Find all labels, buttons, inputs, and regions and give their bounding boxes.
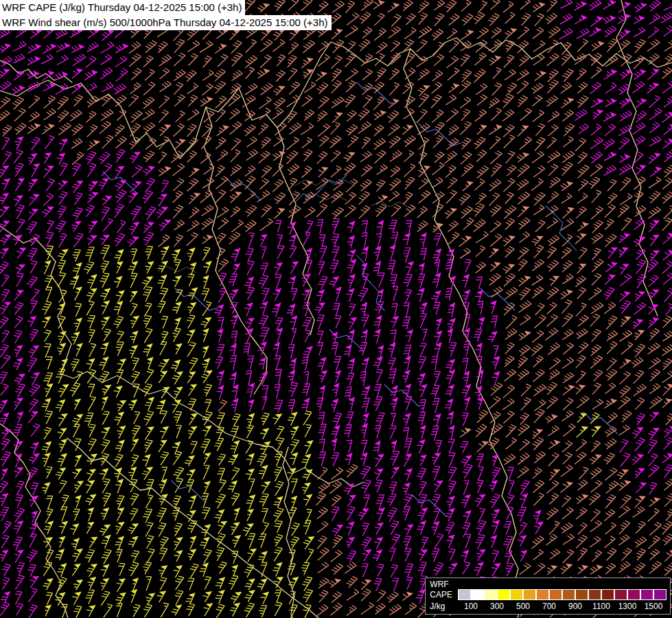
legend-color-box xyxy=(510,589,523,600)
legend-color-box xyxy=(484,589,497,600)
legend-color-box xyxy=(523,589,536,600)
legend-color-box xyxy=(601,589,614,600)
legend-color-box xyxy=(536,589,549,600)
legend-color-box xyxy=(497,589,510,600)
legend-tick-label: 100 xyxy=(458,601,484,612)
legend-tick-label: 700 xyxy=(536,601,562,612)
legend-color-box xyxy=(458,589,471,600)
cape-color-legend: WRF CAPE J/kg 10030050070090011001300150… xyxy=(425,577,671,615)
legend-tick-label: 1100 xyxy=(588,601,614,612)
map-title-cape: WRF CAPE (J/kg) Thursday 04-12-2025 15:0… xyxy=(0,0,245,15)
legend-unit-label: J/kg xyxy=(430,601,452,612)
legend-tick-label: 300 xyxy=(484,601,510,612)
legend-color-scale xyxy=(458,588,667,601)
legend-model-label: WRF xyxy=(430,580,452,588)
legend-color-box xyxy=(614,589,627,600)
legend-tick-label: 1500 xyxy=(640,601,667,612)
wind-barb-layer xyxy=(0,0,672,618)
map-title-wind-shear: WRF Wind shear (m/s) 500/1000hPa Thursda… xyxy=(0,15,332,30)
legend-spacer xyxy=(458,580,667,588)
legend-color-box xyxy=(562,589,575,600)
legend-tick-label: 1300 xyxy=(614,601,640,612)
weather-map-canvas: WRF CAPE (J/kg) Thursday 04-12-2025 15:0… xyxy=(0,0,672,618)
legend-color-box xyxy=(653,589,667,600)
legend-color-box xyxy=(627,589,640,600)
legend-tick-labels: 100300500700900110013001500 xyxy=(458,601,667,612)
legend-param-label: CAPE xyxy=(430,588,452,601)
legend-color-box xyxy=(549,589,562,600)
legend-color-box xyxy=(471,589,484,600)
legend-tick-label: 900 xyxy=(562,601,588,612)
legend-color-box xyxy=(575,589,588,600)
title-block: WRF CAPE (J/kg) Thursday 04-12-2025 15:0… xyxy=(0,0,332,30)
legend-color-box xyxy=(588,589,601,600)
legend-color-box xyxy=(640,589,653,600)
legend-tick-label: 500 xyxy=(510,601,536,612)
